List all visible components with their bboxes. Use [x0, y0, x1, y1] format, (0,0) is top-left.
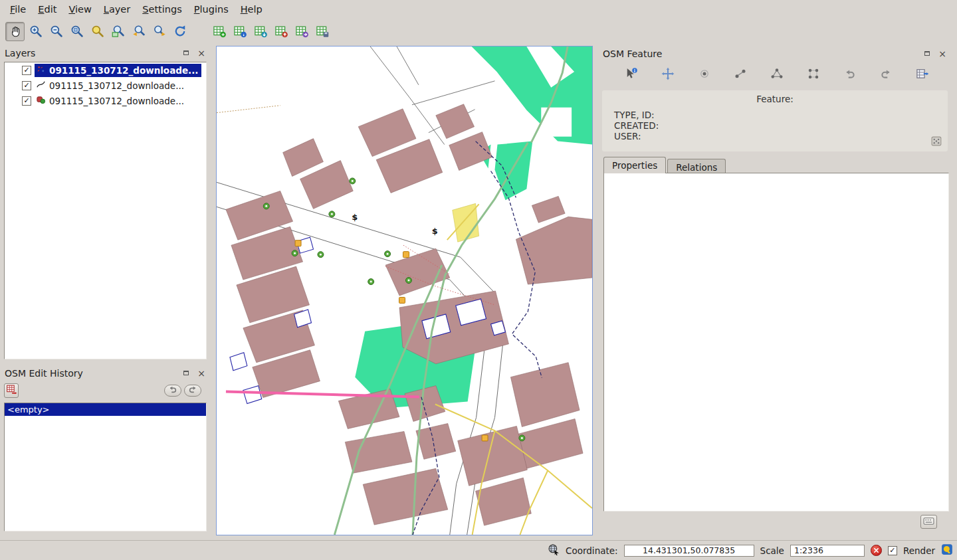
layers-panel: Layers × ✓ 091115_130712_downloade... ✓ …	[0, 46, 211, 363]
identify-feature-button[interactable]	[622, 66, 641, 83]
check-icon: ✓	[889, 547, 895, 554]
pan-tool-button[interactable]	[5, 22, 25, 41]
svg-text:$: $	[352, 212, 358, 222]
layers-list[interactable]: ✓ 091115_130712_downloade... ✓ 091115_13…	[4, 62, 207, 359]
feature-panel-title: OSM Feature	[603, 48, 922, 59]
float-icon	[924, 51, 930, 56]
history-row-empty[interactable]: <empty>	[5, 403, 206, 416]
tab-properties[interactable]: Properties	[603, 157, 666, 173]
history-undo-button[interactable]	[164, 385, 181, 397]
float-icon	[183, 371, 189, 375]
zoom-last-button[interactable]	[129, 22, 148, 41]
layer-row-3[interactable]: ✓ 091115_130712_downloade...	[5, 93, 206, 108]
zoom-full-icon	[91, 25, 104, 38]
layer-3-checkbox[interactable]: ✓	[22, 96, 31, 106]
osm-feature-info-button[interactable]	[230, 22, 249, 41]
feature-label: Feature:	[610, 94, 940, 104]
import-osm-button[interactable]	[292, 22, 311, 41]
feature-float-button[interactable]	[922, 49, 932, 58]
history-toolbar	[4, 381, 207, 399]
history-panel-title: OSM Edit History	[5, 368, 181, 379]
tab-relations[interactable]: Relations	[667, 159, 726, 173]
properties-table[interactable]	[603, 173, 949, 512]
line-layer-icon	[36, 80, 46, 92]
undo-icon	[844, 68, 856, 82]
move-arrows-icon	[661, 67, 675, 82]
menu-edit[interactable]: Edit	[32, 2, 62, 17]
zoom-out-button[interactable]	[47, 22, 66, 41]
layers-close-button[interactable]: ×	[197, 48, 206, 58]
redo-icon	[880, 68, 892, 82]
layer-row-2[interactable]: ✓ 091115_130712_downloade...	[5, 78, 206, 93]
scale-input[interactable]	[790, 545, 865, 557]
menu-view[interactable]: View	[62, 2, 97, 17]
status-bar: Coordinate: Scale ✓ Render	[0, 540, 957, 560]
history-list[interactable]: <empty>	[4, 403, 207, 531]
menu-file[interactable]: File	[4, 2, 32, 17]
move-feature-button[interactable]	[659, 66, 677, 83]
render-checkbox[interactable]: ✓	[888, 546, 897, 555]
map-canvas[interactable]: $$	[216, 46, 593, 535]
keyboard-icon	[923, 516, 934, 528]
download-osm-icon	[254, 25, 267, 38]
layer-1-checkbox[interactable]: ✓	[22, 66, 31, 75]
zoom-next-button[interactable]	[150, 22, 169, 41]
refresh-button[interactable]	[170, 22, 189, 41]
feature-close-button[interactable]: ×	[938, 49, 947, 58]
create-point-icon	[698, 67, 711, 82]
coordinate-input[interactable]	[624, 545, 754, 557]
feature-undo-button[interactable]	[841, 66, 859, 83]
layer-3-label: 091115_130712_downloade...	[49, 96, 184, 106]
create-relation-button[interactable]	[804, 66, 823, 83]
import-osm-icon	[295, 25, 308, 38]
zoom-last-icon	[132, 25, 146, 38]
qgis-icon[interactable]	[941, 543, 953, 557]
zoom-in-icon	[29, 25, 43, 38]
zoom-full-button[interactable]	[88, 22, 107, 41]
layer-1-label: 091115_130712_downloade...	[49, 65, 198, 76]
layers-panel-header: Layers ×	[0, 46, 211, 60]
upload-osm-button[interactable]	[271, 22, 290, 41]
load-osm-icon	[213, 25, 226, 38]
history-table-button[interactable]	[4, 383, 19, 398]
osm-feature-info-icon	[233, 25, 247, 38]
zoom-to-layer-icon	[112, 25, 125, 38]
feature-panel-header: OSM Feature ×	[598, 47, 952, 60]
table-arrow-icon	[916, 67, 929, 82]
menu-layer[interactable]: Layer	[98, 2, 136, 17]
feature-table-button[interactable]	[913, 66, 932, 83]
history-float-button[interactable]	[181, 369, 191, 378]
load-osm-button[interactable]	[209, 22, 229, 41]
menu-plugins[interactable]: Plugins	[188, 2, 235, 17]
feature-tabs: Properties Relations	[603, 157, 727, 173]
redo-icon	[188, 385, 197, 396]
history-redo-button[interactable]	[184, 385, 201, 397]
create-point-button[interactable]	[695, 66, 714, 83]
zoom-to-layer-button[interactable]	[108, 22, 128, 41]
menu-bar: File Edit View Layer Settings Plugins He…	[0, 0, 957, 18]
close-icon: ×	[938, 49, 946, 58]
feature-info-box: Feature: TYPE, ID: CREATED: USER:	[602, 90, 948, 151]
history-close-button[interactable]: ×	[197, 369, 206, 378]
stop-render-button[interactable]	[871, 545, 882, 556]
layer-2-checkbox[interactable]: ✓	[22, 81, 31, 90]
download-osm-button[interactable]	[251, 22, 270, 41]
zoom-selection-button[interactable]	[67, 22, 86, 41]
zoom-next-icon	[153, 25, 166, 38]
create-line-button[interactable]	[731, 66, 750, 83]
polygon-layer-icon	[36, 95, 46, 107]
feature-redo-button[interactable]	[877, 66, 895, 83]
menu-settings[interactable]: Settings	[136, 2, 188, 17]
zoom-in-button[interactable]	[26, 22, 45, 41]
hand-icon	[9, 25, 22, 38]
globe-cursor-icon[interactable]	[548, 543, 560, 557]
create-line-icon	[734, 67, 747, 82]
layers-float-button[interactable]	[181, 48, 191, 58]
identify-cursor-icon	[625, 67, 638, 82]
check-icon: ✓	[23, 82, 29, 89]
menu-help[interactable]: Help	[235, 2, 268, 17]
create-polygon-button[interactable]	[768, 66, 786, 83]
save-osm-button[interactable]	[312, 22, 332, 41]
key-value-button[interactable]	[920, 515, 937, 529]
layer-row-1[interactable]: ✓ 091115_130712_downloade...	[5, 62, 206, 78]
